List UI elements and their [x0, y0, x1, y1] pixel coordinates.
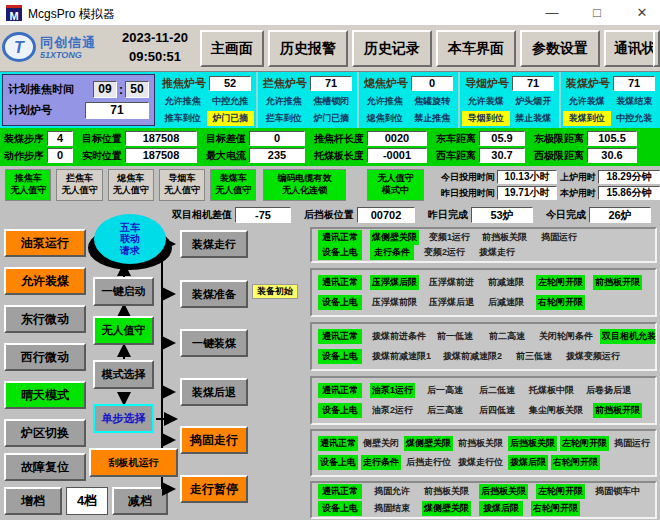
field: 西极限距离30.6 [534, 148, 637, 163]
status-indicator: 变频1运行 [427, 230, 472, 245]
status-indicator: 左轮闸开限 [536, 275, 585, 290]
oven-status: 导烟到位 [462, 111, 510, 126]
nav-button-partial[interactable] [653, 30, 660, 67]
oven-status: 禁止装煤 [510, 111, 558, 126]
nav-main-screen[interactable]: 主画面 [200, 30, 264, 67]
travel-pause-button[interactable]: 走行暂停 [180, 475, 248, 503]
main-nav: 主画面 历史报警 历史记录 本车界面 参数设置 通讯状态 [200, 30, 660, 67]
usage-row-yesterday: 昨日投用时间19.71小时本炉用时15.86分钟 [441, 186, 660, 200]
readouts-row: 双目相机差值-75后挡板位置00702昨日完成53炉今日完成26炉 [172, 205, 658, 225]
plan-hour-display: 09 [93, 81, 117, 98]
nav-this-machine[interactable]: 本车界面 [436, 30, 516, 67]
circle-line1: 五车 [120, 222, 140, 234]
mode-select-button[interactable]: 模式选择 [93, 360, 154, 389]
oven-number-display: 0 [411, 76, 453, 91]
datetime-display: 2023-11-20 09:50:51 [113, 29, 197, 67]
status-indicator: 设备上电 [318, 245, 362, 260]
field-label: 东车距离 [436, 132, 476, 146]
usage-times: 今日投用时间10.13小时上炉用时18.29分钟 昨日投用时间19.71小时本炉… [441, 170, 660, 200]
status-indicator: 后一高速 [423, 383, 467, 398]
status-indicator: 油泵2运行 [370, 403, 415, 418]
nav-parameter-settings[interactable]: 参数设置 [520, 30, 600, 67]
field-label: 今日完成 [546, 208, 586, 222]
plan-colon: : [117, 83, 125, 97]
charging-retreat-button[interactable]: 装煤后退 [180, 378, 248, 406]
status-indicator: 煤侧壁关限 [422, 501, 471, 516]
usage-row-today: 今日投用时间10.13小时上炉用时18.29分钟 [441, 170, 660, 184]
oven-status: 拦车到位 [260, 111, 308, 126]
five-car-linkage-circle[interactable]: 五车 联动 请求 [94, 214, 166, 264]
gear-up-button[interactable]: 增档 [4, 487, 62, 515]
status-panel-6: 通讯正常捣固允许前挡板关限后挡板关限左轮闸开限捣固锁车中 设备上电捣固结束煤侧壁… [310, 481, 657, 519]
charging-prepare-button[interactable]: 装煤准备 [180, 280, 248, 308]
window-titlebar: M McgsPro 模拟器 — □ ✕ [0, 0, 660, 26]
status-indicator: 后挡板关限 [479, 484, 528, 499]
oven-status: 熄焦到位 [361, 111, 409, 126]
metrics-row-1: 装煤步序4目标位置187508目标差值0推焦杆长度0020东车距离05.9东极限… [4, 130, 660, 147]
car-name: 导烟车 [168, 173, 195, 185]
charging-travel-button[interactable]: 装煤走行 [180, 230, 248, 258]
field-value: 4 [47, 131, 73, 146]
fault-reset-button[interactable]: 故障复位 [4, 453, 86, 481]
field-label: 目标位置 [82, 132, 122, 146]
gear-down-button[interactable]: 减档 [112, 487, 168, 515]
status-panel-5: 通讯正常侧壁关闭煤侧壁关限前挡板关限后挡板关限左轮闸开限捣固运行 设备上电走行条… [310, 429, 657, 477]
field-value: 10.13小时 [497, 170, 557, 184]
status-indicator: 捣固运行 [612, 436, 652, 451]
status-indicator: 捣固锁车中 [593, 484, 642, 499]
west-jog-button[interactable]: 西行微动 [4, 343, 86, 371]
oven-status: 允许装煤 [563, 94, 611, 109]
east-jog-button[interactable]: 东行微动 [4, 305, 86, 333]
close-button[interactable]: ✕ [627, 2, 657, 24]
oven-status: 禁止推焦 [409, 111, 457, 126]
metrics-row-2: 动作步序0实时位置187508最大电流235托煤板长度-0001西车距离30.7… [4, 147, 660, 164]
field: 本炉用时15.86分钟 [560, 186, 660, 200]
status-indicator: 托煤板中限 [527, 383, 576, 398]
field: 托煤板长度-0001 [314, 148, 427, 163]
field-value: -75 [235, 207, 291, 223]
nav-history-record[interactable]: 历史记录 [352, 30, 432, 67]
nav-history-alarm[interactable]: 历史报警 [268, 30, 348, 67]
car-name: 拦焦车 [66, 173, 93, 185]
field: 双目相机差值-75 [172, 207, 291, 223]
field-label: 上炉用时 [560, 171, 596, 184]
field: 最大电流235 [206, 148, 305, 163]
status-panel-1: 通讯正常煤侧壁关限变频1运行前挡板关限捣固运行 设备上电走行条件变频2运行拨煤走… [310, 227, 657, 263]
car-status-coke-guide: 拦焦车 无人值守 [56, 169, 102, 201]
oven-number-display: 71 [310, 76, 352, 91]
allow-charging-button[interactable]: 允许装煤 [4, 267, 86, 295]
status-indicator: 前挡板开限 [593, 403, 642, 418]
oil-pump-run-button[interactable]: 油泵运行 [4, 229, 86, 257]
status-indicator: 压浮煤前限 [370, 295, 419, 310]
scraper-run-button[interactable]: 刮板机运行 [89, 448, 178, 477]
field-label: 后挡板位置 [304, 208, 354, 222]
oven-status: 允许推焦 [260, 94, 308, 109]
status-indicator: 前三低速 [512, 349, 556, 364]
maximize-button[interactable]: □ [582, 2, 612, 24]
oven-label: 导烟炉号 [465, 76, 509, 91]
minimize-button[interactable]: — [537, 2, 567, 24]
field: 后挡板位置00702 [304, 207, 415, 223]
status-indicator: 压浮煤后退 [427, 295, 476, 310]
oven-label: 推焦炉号 [162, 76, 206, 91]
unattended-mode-button[interactable]: 无人值守 [93, 316, 154, 345]
field-value: 30.6 [587, 148, 637, 163]
logo-text-en: 51XTONG [40, 50, 82, 60]
oven-status: 装煤结束 [611, 94, 659, 109]
status-indicator: 通讯正常 [318, 230, 362, 245]
field-label: 动作步序 [4, 149, 44, 163]
oven-zone-switch-button[interactable]: 炉区切换 [4, 419, 86, 447]
car-mode: 无人值守 [113, 185, 149, 197]
status-indicator: 后四低速 [475, 403, 519, 418]
tamping-travel-button[interactable]: 捣固走行 [180, 426, 248, 454]
nav-comm-status[interactable]: 通讯状态 [604, 30, 660, 67]
plan-panel: 计划推焦时间 09 : 50 计划炉号 71 [2, 74, 155, 126]
clear-weather-mode-button[interactable]: 晴天模式 [4, 381, 86, 409]
unmanned-interlock-status: 无人化连锁 [282, 185, 327, 197]
status-indicator: 前挡板开限 [593, 275, 642, 290]
single-step-button[interactable]: 单步选择 [93, 404, 154, 433]
field-label: 最大电流 [206, 149, 246, 163]
one-key-start-button[interactable]: 一键启动 [93, 277, 154, 306]
field-label: 今日投用时间 [441, 171, 495, 184]
one-key-charging-button[interactable]: 一键装煤 [180, 329, 248, 357]
